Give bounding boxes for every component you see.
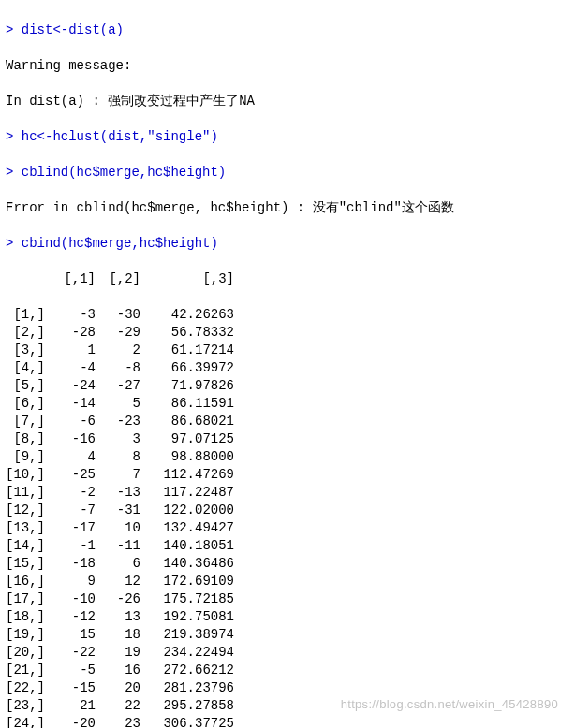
table-header-col2: [,2] bbox=[96, 270, 140, 288]
table-row: [4,]-4-866.39972 bbox=[6, 359, 569, 377]
cell-c2: 6 bbox=[96, 555, 140, 573]
cell-c1: -3 bbox=[51, 306, 96, 324]
error-message: Error in cblind(hc$merge, hc$height) : 没… bbox=[6, 199, 569, 217]
cell-c1: 1 bbox=[51, 342, 96, 359]
cell-c3: 97.07125 bbox=[140, 430, 234, 448]
row-label: [3,] bbox=[6, 342, 51, 359]
table-header-col1: [,1] bbox=[51, 270, 96, 288]
cell-c2: 23 bbox=[96, 715, 140, 728]
cell-c3: 132.49427 bbox=[140, 519, 234, 537]
cell-c3: 192.75081 bbox=[140, 608, 234, 626]
cell-c1: 15 bbox=[51, 626, 96, 644]
table-row: [22,]-1520281.23796 bbox=[6, 679, 569, 697]
cell-c1: -6 bbox=[51, 413, 96, 430]
cell-c1: -24 bbox=[51, 377, 96, 395]
row-label: [23,] bbox=[6, 697, 51, 715]
cell-c3: 42.26263 bbox=[140, 306, 234, 324]
cell-c3: 295.27858 bbox=[140, 697, 234, 715]
cell-c2: -30 bbox=[96, 306, 140, 324]
table-row: [20,]-2219234.22494 bbox=[6, 644, 569, 662]
cell-c2: 8 bbox=[96, 448, 140, 466]
table-row: [10,]-257112.47269 bbox=[6, 466, 569, 484]
cell-c1: -12 bbox=[51, 608, 96, 626]
table-row: [12,]-7-31122.02000 bbox=[6, 502, 569, 519]
cell-c1: -28 bbox=[51, 324, 96, 342]
cell-c2: 10 bbox=[96, 519, 140, 537]
table-row: [14,]-1-11140.18051 bbox=[6, 537, 569, 555]
cell-c1: -18 bbox=[51, 555, 96, 573]
cell-c2: 2 bbox=[96, 342, 140, 359]
cell-c2: -31 bbox=[96, 502, 140, 519]
row-label: [2,] bbox=[6, 324, 51, 342]
cell-c2: 20 bbox=[96, 679, 140, 697]
table-row: [5,]-24-2771.97826 bbox=[6, 377, 569, 395]
cell-c1: -15 bbox=[51, 679, 96, 697]
row-label: [21,] bbox=[6, 662, 51, 679]
input-command: dist<-dist(a) bbox=[13, 22, 124, 37]
warning-message-body: In dist(a) : 强制改变过程中产生了NA bbox=[6, 93, 569, 110]
r-console[interactable]: > dist<-dist(a) Warning message: In dist… bbox=[0, 0, 575, 728]
table-row: [7,]-6-2386.68021 bbox=[6, 413, 569, 430]
console-line: > cbind(hc$merge,hc$height) bbox=[6, 235, 569, 253]
cell-c1: -4 bbox=[51, 359, 96, 377]
row-label: [24,] bbox=[6, 715, 51, 728]
row-label: [8,] bbox=[6, 430, 51, 448]
table-row: [8,]-16397.07125 bbox=[6, 430, 569, 448]
cell-c1: -22 bbox=[51, 644, 96, 662]
row-label: [17,] bbox=[6, 590, 51, 608]
table-row: [13,]-1710132.49427 bbox=[6, 519, 569, 537]
table-header-row: [,1][,2][,3] bbox=[6, 270, 569, 288]
table-row: [6,]-14586.11591 bbox=[6, 395, 569, 413]
cell-c2: 16 bbox=[96, 662, 140, 679]
row-label: [22,] bbox=[6, 679, 51, 697]
cell-c1: -7 bbox=[51, 502, 96, 519]
cell-c3: 112.47269 bbox=[140, 466, 234, 484]
row-label: [7,] bbox=[6, 413, 51, 430]
cell-c2: -11 bbox=[96, 537, 140, 555]
row-label: [1,] bbox=[6, 306, 51, 324]
cell-c1: 9 bbox=[51, 573, 96, 590]
row-label: [18,] bbox=[6, 608, 51, 626]
cell-c2: -8 bbox=[96, 359, 140, 377]
table-row: [11,]-2-13117.22487 bbox=[6, 484, 569, 502]
row-label: [20,] bbox=[6, 644, 51, 662]
row-label: [19,] bbox=[6, 626, 51, 644]
cell-c1: -14 bbox=[51, 395, 96, 413]
row-label: [12,] bbox=[6, 502, 51, 519]
cell-c2: -13 bbox=[96, 484, 140, 502]
table-row: [2,]-28-2956.78332 bbox=[6, 324, 569, 342]
cell-c3: 66.39972 bbox=[140, 359, 234, 377]
cell-c1: -25 bbox=[51, 466, 96, 484]
cell-c2: 19 bbox=[96, 644, 140, 662]
input-command: hc<-hclust(dist,"single") bbox=[13, 129, 217, 144]
table-header-col3: [,3] bbox=[140, 270, 234, 288]
cell-c2: 12 bbox=[96, 573, 140, 590]
cell-c2: 7 bbox=[96, 466, 140, 484]
cell-c2: -29 bbox=[96, 324, 140, 342]
cell-c3: 117.22487 bbox=[140, 484, 234, 502]
console-line: > hc<-hclust(dist,"single") bbox=[6, 128, 569, 146]
cell-c3: 175.72185 bbox=[140, 590, 234, 608]
console-line: > cblind(hc$merge,hc$height) bbox=[6, 164, 569, 182]
cell-c3: 140.36486 bbox=[140, 555, 234, 573]
row-label: [9,] bbox=[6, 448, 51, 466]
input-command: cblind(hc$merge,hc$height) bbox=[13, 165, 226, 180]
row-label: [4,] bbox=[6, 359, 51, 377]
row-label: [13,] bbox=[6, 519, 51, 537]
cell-c3: 219.38974 bbox=[140, 626, 234, 644]
cell-c3: 281.23796 bbox=[140, 679, 234, 697]
cell-c3: 140.18051 bbox=[140, 537, 234, 555]
table-row: [21,]-516272.66212 bbox=[6, 662, 569, 679]
cell-c2: 13 bbox=[96, 608, 140, 626]
cell-c1: 21 bbox=[51, 697, 96, 715]
row-label: [5,] bbox=[6, 377, 51, 395]
cell-c3: 272.66212 bbox=[140, 662, 234, 679]
cell-c3: 71.97826 bbox=[140, 377, 234, 395]
table-row: [17,]-10-26175.72185 bbox=[6, 590, 569, 608]
console-line: > dist<-dist(a) bbox=[6, 22, 569, 39]
warning-message-header: Warning message: bbox=[6, 57, 569, 75]
row-label: [15,] bbox=[6, 555, 51, 573]
cell-c2: -27 bbox=[96, 377, 140, 395]
row-label: [16,] bbox=[6, 573, 51, 590]
cell-c1: -1 bbox=[51, 537, 96, 555]
